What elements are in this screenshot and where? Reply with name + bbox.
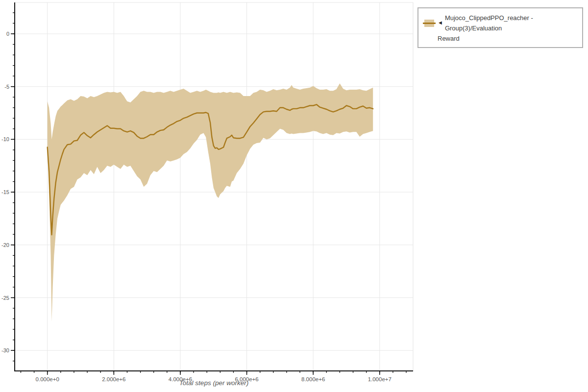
y-tick-label: 0 [6,31,9,37]
axes [11,2,413,375]
legend-collapse-icon[interactable]: ◄ [438,19,443,27]
legend-label-line2: Reward [438,33,577,44]
y-tick-labels: 0-5-10-15-20-25-30 [1,31,9,353]
y-tick-label: -10 [1,136,9,142]
y-tick-label: -20 [1,242,9,248]
y-tick-label: -30 [1,347,9,353]
y-tick-label: -15 [1,189,9,195]
legend-label-line1: Mujoco_ClippedPPO_reacher - Group(3)/Eva… [445,13,577,33]
legend-swatch-line-icon [423,23,436,24]
x-axis-title: Total steps (per worker) [15,379,413,387]
legend[interactable]: ◄ Mujoco_ClippedPPO_reacher - Group(3)/E… [417,7,583,48]
legend-swatch-band-icon [424,20,434,27]
confidence-band [48,83,373,322]
legend-entry[interactable]: ◄ Mujoco_ClippedPPO_reacher - Group(3)/E… [424,13,577,33]
y-tick-label: -5 [4,84,9,90]
y-tick-label: -25 [1,295,9,301]
reward-chart: 0-5-10-15-20-25-300.000e+02.000e+64.000e… [0,0,588,392]
